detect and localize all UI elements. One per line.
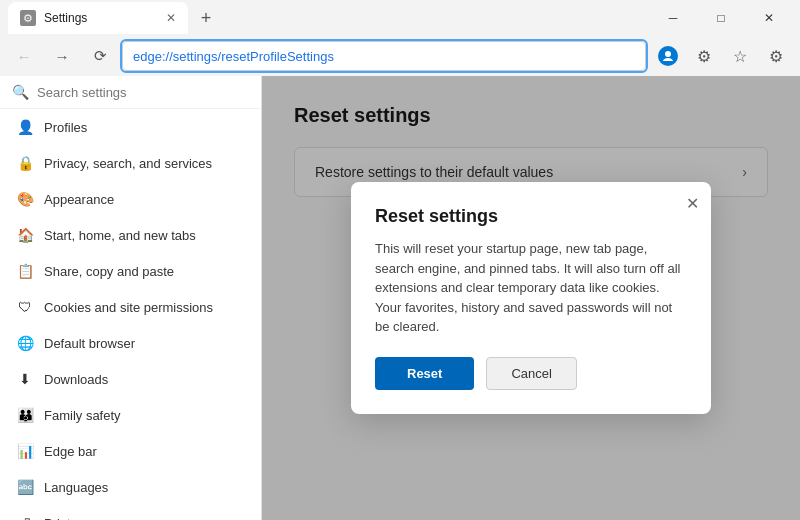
appearance-icon: 🎨 [16,190,34,208]
search-icon: 🔍 [12,84,29,100]
sidebar-item-share[interactable]: 📋 Share, copy and paste [0,253,261,289]
forward-button[interactable]: → [46,40,78,72]
start-icon: 🏠 [16,226,34,244]
downloads-icon: ⬇ [16,370,34,388]
sidebar-item-printers[interactable]: 🖨 Printers [0,505,261,520]
toolbar-icons: ⚙ ☆ ⚙ [652,40,792,72]
dialog-body: This will reset your startup page, new t… [375,239,687,337]
collections-button[interactable]: ⚙ [760,40,792,72]
dialog-close-button[interactable]: ✕ [686,194,699,213]
dialog-title: Reset settings [375,206,687,227]
sidebar-item-label: Privacy, search, and services [44,156,212,171]
sidebar-item-appearance[interactable]: 🎨 Appearance [0,181,261,217]
sidebar-item-label: Cookies and site permissions [44,300,213,315]
search-box: 🔍 [0,76,261,109]
minimize-button[interactable]: ─ [650,2,696,34]
sidebar-item-label: Appearance [44,192,114,207]
sidebar-item-label: Edge bar [44,444,97,459]
sidebar-item-start[interactable]: 🏠 Start, home, and new tabs [0,217,261,253]
sidebar-item-cookies[interactable]: 🛡 Cookies and site permissions [0,289,261,325]
close-button[interactable]: ✕ [746,2,792,34]
content-area: Reset settings Restore settings to their… [262,76,800,520]
maximize-button[interactable]: □ [698,2,744,34]
share-icon: 📋 [16,262,34,280]
edge-profile-icon[interactable] [652,40,684,72]
tab-favicon: ⚙ [20,10,36,26]
tab-close-button[interactable]: ✕ [166,11,176,25]
sidebar: 🔍 👤 Profiles 🔒 Privacy, search, and serv… [0,76,262,520]
tab-favicon-icon: ⚙ [23,12,33,25]
cancel-button[interactable]: Cancel [486,357,576,390]
main-content: 🔍 👤 Profiles 🔒 Privacy, search, and serv… [0,76,800,520]
sidebar-item-label: Printers [44,516,89,521]
sidebar-item-label: Default browser [44,336,135,351]
confirm-reset-button[interactable]: Reset [375,357,474,390]
sidebar-item-default-browser[interactable]: 🌐 Default browser [0,325,261,361]
extensions-button[interactable]: ⚙ [688,40,720,72]
privacy-icon: 🔒 [16,154,34,172]
reset-dialog: ✕ Reset settings This will reset your st… [351,182,711,414]
window-controls: ─ □ ✕ [650,2,792,34]
back-button[interactable]: ← [8,40,40,72]
address-bar: ← → ⟳ ⚙ ☆ ⚙ [0,36,800,76]
browser-chrome: ⚙ Settings ✕ + ─ □ ✕ ← → ⟳ ⚙ ☆ ⚙ [0,0,800,76]
favorites-button[interactable]: ☆ [724,40,756,72]
sidebar-item-family[interactable]: 👪 Family safety [0,397,261,433]
sidebar-item-languages[interactable]: 🔤 Languages [0,469,261,505]
default-browser-icon: 🌐 [16,334,34,352]
edgebar-icon: 📊 [16,442,34,460]
dialog-actions: Reset Cancel [375,357,687,390]
sidebar-item-label: Languages [44,480,108,495]
active-tab[interactable]: ⚙ Settings ✕ [8,2,188,34]
family-icon: 👪 [16,406,34,424]
modal-overlay: ✕ Reset settings This will reset your st… [262,76,800,520]
languages-icon: 🔤 [16,478,34,496]
tab-bar: ⚙ Settings ✕ + ─ □ ✕ [0,0,800,36]
tab-title: Settings [44,11,158,25]
new-tab-button[interactable]: + [192,4,220,32]
sidebar-item-label: Share, copy and paste [44,264,174,279]
printers-icon: 🖨 [16,514,34,520]
sidebar-item-label: Downloads [44,372,108,387]
sidebar-item-privacy[interactable]: 🔒 Privacy, search, and services [0,145,261,181]
address-input[interactable] [122,41,646,71]
profiles-icon: 👤 [16,118,34,136]
cookies-icon: 🛡 [16,298,34,316]
sidebar-item-label: Family safety [44,408,121,423]
sidebar-item-downloads[interactable]: ⬇ Downloads [0,361,261,397]
sidebar-item-edgebar[interactable]: 📊 Edge bar [0,433,261,469]
sidebar-item-profiles[interactable]: 👤 Profiles [0,109,261,145]
search-input[interactable] [37,85,249,100]
refresh-button[interactable]: ⟳ [84,40,116,72]
sidebar-item-label: Profiles [44,120,87,135]
sidebar-item-label: Start, home, and new tabs [44,228,196,243]
